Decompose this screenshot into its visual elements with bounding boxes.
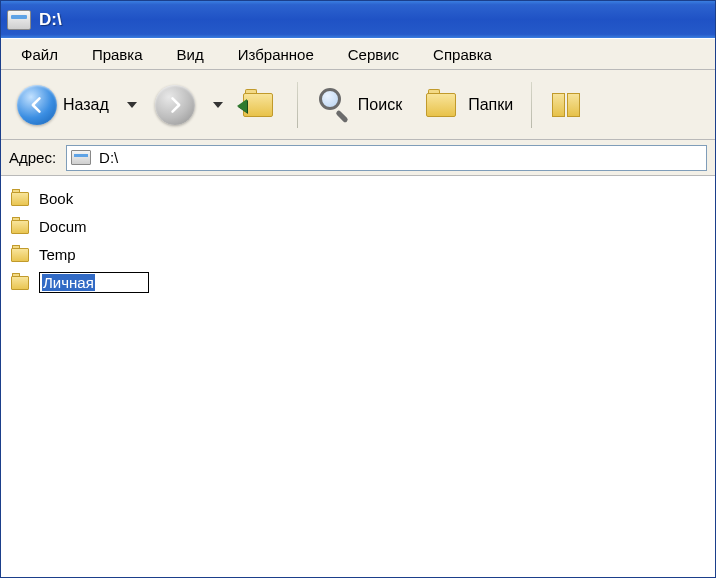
folder-icon <box>11 246 31 262</box>
back-dropdown[interactable] <box>127 102 137 108</box>
content-pane[interactable]: Book Docum Temp Личная <box>1 176 715 577</box>
address-box[interactable] <box>66 145 707 171</box>
search-icon <box>316 87 352 123</box>
list-item[interactable]: Docum <box>11 212 705 240</box>
rename-input[interactable]: Личная <box>39 272 149 293</box>
folders-button[interactable]: Папки <box>416 85 521 125</box>
forward-button[interactable] <box>147 81 203 129</box>
folder-icon <box>11 274 31 290</box>
list-item[interactable]: Личная <box>11 268 705 296</box>
forward-arrow-icon <box>155 85 195 125</box>
menu-tools[interactable]: Сервис <box>334 42 413 67</box>
views-icon <box>550 88 584 122</box>
menu-edit[interactable]: Правка <box>78 42 157 67</box>
folder-name: Book <box>39 190 73 207</box>
folder-icon <box>11 190 31 206</box>
list-item[interactable]: Temp <box>11 240 705 268</box>
address-drive-icon <box>71 150 91 165</box>
menu-view[interactable]: Вид <box>163 42 218 67</box>
folders-label: Папки <box>468 96 513 114</box>
menu-file[interactable]: Файл <box>7 42 72 67</box>
toolbar: Назад Поиск Папки <box>1 70 715 140</box>
folder-up-icon <box>241 89 279 121</box>
explorer-window: D:\ Файл Правка Вид Избранное Сервис Спр… <box>0 0 716 578</box>
folder-name: Temp <box>39 246 76 263</box>
back-label: Назад <box>63 96 109 114</box>
search-button[interactable]: Поиск <box>308 83 410 127</box>
titlebar[interactable]: D:\ <box>1 1 715 38</box>
drive-icon <box>7 10 31 30</box>
search-label: Поиск <box>358 96 402 114</box>
menubar: Файл Правка Вид Избранное Сервис Справка <box>1 38 715 70</box>
toolbar-separator <box>297 82 298 128</box>
address-label: Адрес: <box>9 149 56 166</box>
forward-dropdown[interactable] <box>213 102 223 108</box>
rename-selected-text: Личная <box>42 274 95 291</box>
up-button[interactable] <box>233 85 287 125</box>
menu-favorites[interactable]: Избранное <box>224 42 328 67</box>
window-title: D:\ <box>39 10 62 30</box>
list-item[interactable]: Book <box>11 184 705 212</box>
views-button[interactable] <box>542 84 592 126</box>
back-button[interactable]: Назад <box>9 81 117 129</box>
address-bar: Адрес: <box>1 140 715 176</box>
menu-help[interactable]: Справка <box>419 42 506 67</box>
folders-icon <box>424 89 462 121</box>
toolbar-separator-2 <box>531 82 532 128</box>
folder-name: Docum <box>39 218 87 235</box>
address-input[interactable] <box>97 148 702 167</box>
folder-icon <box>11 218 31 234</box>
back-arrow-icon <box>17 85 57 125</box>
